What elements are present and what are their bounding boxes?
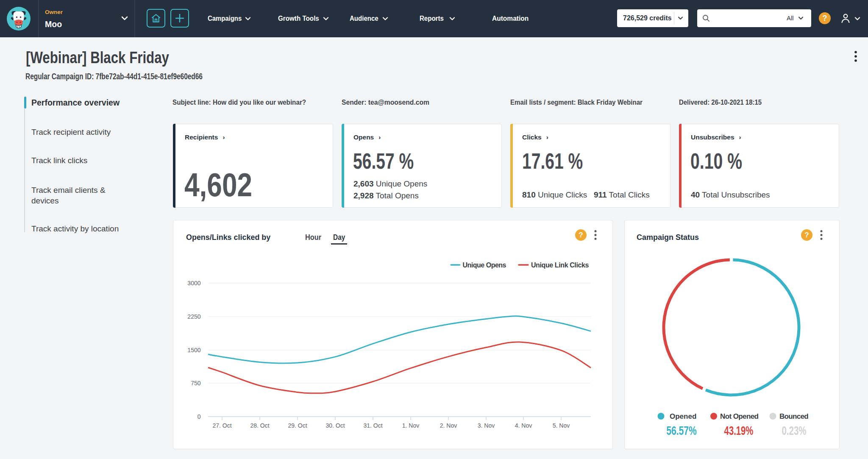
svg-text:Unique Opens: Unique Opens xyxy=(463,261,506,269)
svg-text:1500: 1500 xyxy=(187,347,200,353)
svg-text:Opened: Opened xyxy=(670,412,696,420)
svg-text:Bounced: Bounced xyxy=(779,412,809,420)
svg-text:Unique Link Clicks: Unique Link Clicks xyxy=(531,261,589,269)
svg-text:31. Oct: 31. Oct xyxy=(363,422,382,429)
svg-text:Not Opened: Not Opened xyxy=(720,412,759,420)
svg-text:0.23%: 0.23% xyxy=(782,424,806,437)
svg-text:56.57%: 56.57% xyxy=(666,424,697,437)
svg-text:3. Nov: 3. Nov xyxy=(478,422,495,429)
svg-text:43.19%: 43.19% xyxy=(724,424,754,437)
svg-text:0: 0 xyxy=(198,413,201,420)
svg-text:1. Nov: 1. Nov xyxy=(402,422,419,429)
svg-text:2. Nov: 2. Nov xyxy=(440,422,457,429)
svg-text:29. Oct: 29. Oct xyxy=(288,422,307,429)
svg-text:27. Oct: 27. Oct xyxy=(212,422,231,429)
svg-text:4. Nov: 4. Nov xyxy=(515,422,532,429)
svg-text:28. Oct: 28. Oct xyxy=(250,422,269,429)
svg-text:5. Nov: 5. Nov xyxy=(553,422,570,429)
svg-text:2250: 2250 xyxy=(187,313,200,320)
svg-text:3000: 3000 xyxy=(187,280,200,287)
svg-text:750: 750 xyxy=(191,380,201,387)
svg-text:30. Oct: 30. Oct xyxy=(326,422,345,429)
